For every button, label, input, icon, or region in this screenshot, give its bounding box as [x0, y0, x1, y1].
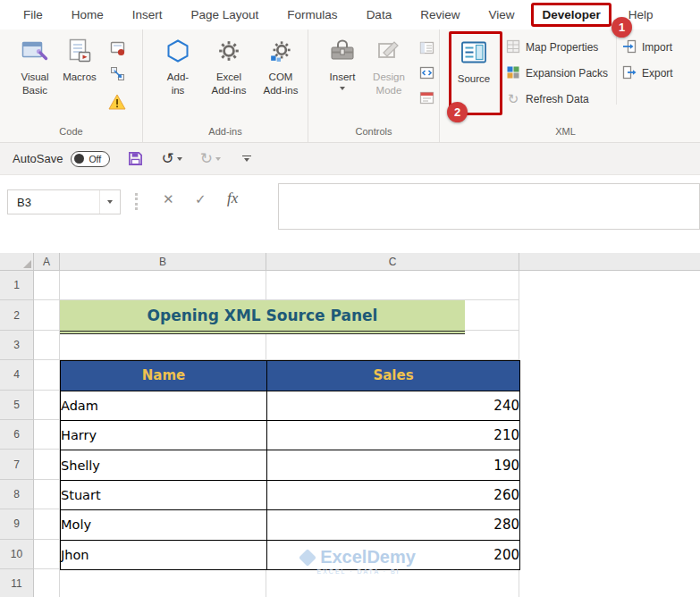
cell-name[interactable]: Stuart: [61, 480, 267, 509]
insert-function-icon[interactable]: fx: [227, 189, 238, 207]
cell-name[interactable]: Harry: [61, 420, 267, 450]
expansion-packs-label: Expansion Packs: [526, 67, 608, 80]
column-header-a[interactable]: A: [34, 253, 60, 271]
cell-name[interactable]: Shelly: [61, 450, 267, 480]
tab-data[interactable]: Data: [352, 8, 407, 21]
cell-name[interactable]: Adam: [61, 391, 267, 420]
step-1-callout: 1: [611, 17, 632, 38]
formula-bar-handle[interactable]: [135, 193, 138, 210]
row-header-6[interactable]: 6: [0, 420, 34, 450]
table-row: Moly 280: [61, 510, 520, 540]
name-box-dropdown[interactable]: [99, 190, 120, 214]
excel-window: File Home Insert Page Layout Formulas Da…: [0, 0, 700, 597]
enter-icon[interactable]: ✓: [195, 191, 207, 207]
table-row: Harry 210: [61, 420, 520, 450]
expansion-packs-icon: [506, 65, 520, 82]
tab-developer[interactable]: Developer: [531, 3, 611, 27]
save-button[interactable]: [128, 151, 143, 166]
column-header-c[interactable]: C: [266, 253, 519, 271]
row-header-3[interactable]: 3: [0, 331, 34, 360]
group-label-code: Code: [0, 126, 142, 137]
group-xml: Source Map Properties: [440, 29, 691, 142]
cell-sales[interactable]: 210: [267, 420, 520, 450]
column-header-b[interactable]: B: [60, 253, 266, 271]
visual-basic-icon: [21, 35, 48, 67]
autosave-toggle-state: Off: [89, 154, 101, 164]
row-header-11[interactable]: 11: [0, 569, 34, 597]
undo-dropdown-caret[interactable]: [177, 157, 182, 161]
exceldemy-logo-icon: [299, 549, 316, 567]
name-column-header[interactable]: Name: [61, 361, 267, 391]
undo-button[interactable]: ↺: [161, 151, 181, 166]
formula-bar-input[interactable]: [278, 183, 700, 230]
cell-name[interactable]: Jhon: [61, 540, 267, 569]
redo-icon: ↻: [200, 151, 213, 166]
autosave-toggle[interactable]: Off: [71, 151, 110, 167]
design-mode-icon: [376, 35, 401, 67]
formula-bar-row: B3 ✕ ✓ fx: [0, 175, 700, 253]
select-all-corner[interactable]: [0, 253, 34, 271]
visual-basic-button[interactable]: Visual Basic: [11, 35, 59, 97]
cell-name[interactable]: Moly: [61, 510, 267, 540]
refresh-data-label: Refresh Data: [526, 93, 589, 105]
tab-page-layout[interactable]: Page Layout: [177, 8, 274, 21]
row-header-5[interactable]: 5: [0, 391, 34, 420]
cell-sales[interactable]: 240: [267, 391, 520, 420]
import-button[interactable]: Import: [622, 38, 672, 57]
excel-addins-button[interactable]: Excel Add-ins: [206, 35, 252, 97]
sales-column-header[interactable]: Sales: [267, 361, 520, 391]
group-label-xml: XML: [440, 126, 691, 137]
com-addins-button[interactable]: COM Add-ins: [257, 35, 304, 97]
relative-references-icon[interactable]: [107, 63, 127, 83]
group-label-addins: Add-ins: [143, 126, 308, 137]
row-header-10[interactable]: 10: [0, 540, 34, 569]
macros-button[interactable]: Macros: [57, 35, 102, 84]
tab-review[interactable]: Review: [406, 8, 474, 21]
group-addins: Add-ins Excel Add-ins: [143, 29, 308, 142]
row-header-9[interactable]: 9: [0, 509, 34, 539]
row-header-1[interactable]: 1: [0, 271, 34, 300]
insert-control-button[interactable]: Insert: [321, 35, 364, 90]
autosave-label: AutoSave: [13, 152, 63, 165]
watermark-name: ExcelDemy: [320, 547, 416, 568]
tab-formulas[interactable]: Formulas: [273, 8, 351, 21]
addins-hexagon-icon: [165, 35, 190, 67]
tab-file[interactable]: File: [9, 8, 57, 21]
design-mode-label: Design Mode: [366, 71, 412, 97]
record-macro-icon[interactable]: [107, 38, 127, 58]
tab-view[interactable]: View: [474, 8, 528, 21]
macros-icon: [68, 35, 92, 67]
group-label-controls: Controls: [308, 126, 439, 137]
design-mode-button: Design Mode: [366, 35, 412, 97]
name-box[interactable]: B3: [7, 189, 121, 214]
cell-sales[interactable]: 260: [267, 480, 520, 509]
tab-home[interactable]: Home: [57, 8, 118, 21]
data-table: Name Sales Adam 240 Harry 210 Shelly 190…: [60, 360, 520, 570]
row-header-7[interactable]: 7: [0, 450, 34, 479]
properties-icon: [417, 38, 435, 56]
expansion-packs-button[interactable]: Expansion Packs: [506, 63, 608, 83]
row-header-4[interactable]: 4: [0, 360, 34, 390]
tab-insert[interactable]: Insert: [118, 8, 177, 21]
export-button[interactable]: Export: [622, 63, 673, 83]
map-properties-button: Map Properties: [506, 38, 598, 57]
watermark-tagline: EXCEL · DATA · BI: [317, 568, 401, 575]
sheet-title-banner[interactable]: Opening XML Source Panel: [60, 300, 465, 333]
macro-security-warning-icon[interactable]: [107, 92, 127, 112]
row-headers: 1 2 3 4 5 6 7 8 9 10 11: [0, 271, 34, 597]
xml-source-label: Source: [458, 72, 490, 86]
cell-sales[interactable]: 190: [267, 450, 520, 480]
row-header-8[interactable]: 8: [0, 480, 34, 509]
row-header-2[interactable]: 2: [0, 300, 34, 330]
refresh-data-button: ↻ Refresh Data: [506, 89, 589, 109]
xml-source-button[interactable]: Source: [455, 37, 493, 86]
view-code-icon[interactable]: [417, 63, 435, 81]
cell-sales[interactable]: 280: [267, 510, 520, 540]
undo-icon: ↺: [161, 151, 173, 166]
addins-button[interactable]: Add-ins: [163, 35, 193, 97]
export-icon: [622, 65, 637, 82]
cancel-icon[interactable]: ✕: [163, 191, 174, 207]
group-controls: Insert Design Mode: [308, 29, 440, 142]
customize-qat-button[interactable]: [242, 156, 251, 162]
map-properties-label: Map Properties: [526, 41, 598, 54]
